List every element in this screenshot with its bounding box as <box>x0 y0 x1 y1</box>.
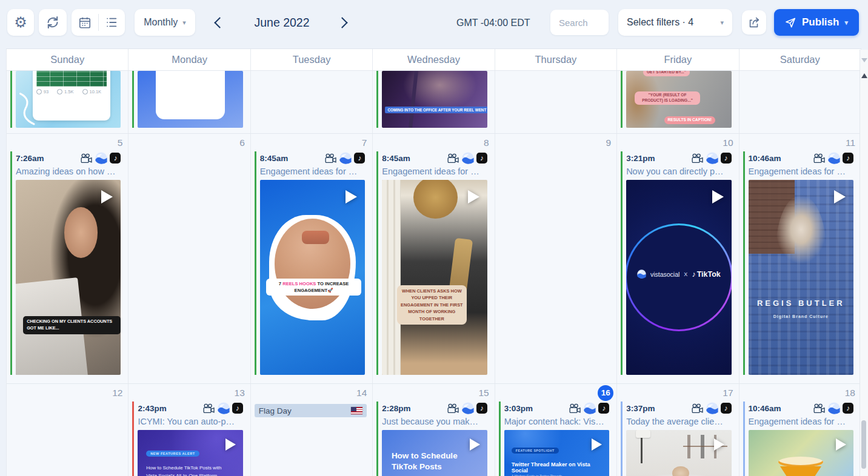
thumbnail-text: How to Schedule TikTok Posts with Vista … <box>146 464 228 476</box>
calendar-view-button[interactable] <box>72 9 98 36</box>
day-cell-8[interactable]: 8 8:45am ♪ Engagement ideas for … WHEN C… <box>373 134 495 383</box>
calendar-post[interactable]: 2:28pm ♪ Just because you mak… How to Sc… <box>376 402 487 476</box>
scroll-up-icon[interactable] <box>861 73 867 78</box>
day-number: 11 <box>846 137 855 148</box>
play-icon <box>592 438 602 451</box>
scrollbar-thumb[interactable] <box>861 420 866 469</box>
post-title: Engagement ideas for … <box>260 165 365 178</box>
settings-button[interactable]: ⚙ <box>7 9 34 36</box>
calendar-post[interactable]: 3:21pm ♪ Now you can directly p… vistaso… <box>621 151 731 375</box>
holiday-event[interactable]: Flag Day <box>255 404 367 417</box>
day-cell[interactable]: GET STARTED BY..." "YOUR (RESULT OF PROD… <box>617 71 739 133</box>
day-cell-13[interactable]: 13 2:43pm ♪ ICYMI: You can auto-p… NEW F… <box>129 384 250 476</box>
day-number: 15 <box>478 388 489 398</box>
tiktok-icon: ♪ <box>721 403 732 414</box>
day-cell-15[interactable]: 15 2:28pm ♪ Just because you mak… How to… <box>373 384 495 476</box>
vista-social-avatar-icon <box>339 152 352 164</box>
post-thumbnail: FEATURE SPOTLIGHT Twitter Thread Maker o… <box>504 430 609 476</box>
day-header-sunday: Sunday <box>7 49 129 70</box>
calendar-post[interactable]: 93 1.5K 10.1K <box>10 71 121 128</box>
day-cell-18[interactable]: 18 10:46am ♪ Engagement ideas for … <box>739 384 861 476</box>
tiktok-icon: ♪ <box>843 403 853 414</box>
post-thumbnail: vistasocial X ♪TikTok <box>626 180 731 375</box>
publish-button[interactable]: Publish ▾ <box>774 9 859 36</box>
day-header-thursday: Thursday <box>495 49 617 70</box>
day-cell-12[interactable]: 12 <box>7 384 129 476</box>
next-month-button[interactable] <box>336 17 347 28</box>
list-view-button[interactable] <box>98 9 125 36</box>
week-row-jun5-11: 5 7:26am ♪ Amazing ideas on how … CHECKI… <box>7 133 861 383</box>
calendar-post[interactable]: 3:37pm ♪ Today the average clie… WHEN YO… <box>621 402 731 476</box>
week-row-jun12-18: 12 13 2:43pm ♪ ICYMI: You can auto-p… NE… <box>7 383 861 476</box>
calendar-post[interactable]: 8:45am ♪ Engagement ideas for … 7 REELS … <box>255 151 365 375</box>
calendar-post[interactable]: COMING INTO THE OFFICE AFTER YOUR REEL W… <box>376 71 487 128</box>
toolbar: ⚙ Monthly ▾ June 2022 GMT -04:00 EDT Sel… <box>0 0 868 48</box>
day-cell-9[interactable]: 9 <box>495 134 617 383</box>
video-camera-icon <box>80 153 93 164</box>
brand-text: vistasocial <box>650 271 679 278</box>
day-cell-5[interactable]: 5 7:26am ♪ Amazing ideas on how … CHECKI… <box>7 134 129 383</box>
post-title: Today the average clie… <box>626 415 731 428</box>
previous-month-button[interactable] <box>214 17 225 28</box>
post-thumbnail: 7 REELS HOOKS TO INCREASE ENGAGEMENT🚀 <box>260 180 365 375</box>
post-title: Engagement ideas for … <box>749 415 853 428</box>
day-cell-17[interactable]: 17 3:37pm ♪ Today the average clie… WHEN… <box>617 384 739 476</box>
day-header-friday: Friday <box>617 49 739 70</box>
tiktok-icon: ♪ <box>476 153 487 164</box>
video-camera-icon <box>447 153 459 164</box>
day-cell-10[interactable]: 10 3:21pm ♪ Now you can directly p… vist… <box>617 134 739 383</box>
day-number: 13 <box>235 388 245 398</box>
day-cell-11[interactable]: 11 10:46am ♪ Engagement ideas for … REGI… <box>739 134 861 383</box>
calendar-post[interactable]: 10:46am ♪ Engagement ideas for … REGIS B… <box>743 151 853 375</box>
day-cell[interactable]: 93 1.5K 10.1K <box>7 71 129 133</box>
post-time: 2:28pm <box>382 404 410 413</box>
day-cell[interactable] <box>251 71 373 133</box>
filters-dropdown[interactable]: Select filters · 4 ▾ <box>618 9 732 36</box>
refresh-button[interactable] <box>39 9 67 36</box>
repost-icon <box>57 89 62 94</box>
view-range-dropdown[interactable]: Monthly ▾ <box>135 9 195 36</box>
scroll-caret-light-icon[interactable] <box>861 58 867 62</box>
share-calendar-button[interactable] <box>742 10 766 35</box>
brand-x: X <box>684 271 687 277</box>
calendar-post[interactable]: 3:03pm ♪ Major content hack: Vis… FEATUR… <box>499 402 609 476</box>
post-thumbnail: WHEN CLIENTS ASKS HOW YOU UPPED THEIR EN… <box>382 180 487 375</box>
calendar-post[interactable]: Photographers YOU'LL WANT TO FOLLOW <box>132 71 242 128</box>
calendar-post[interactable]: GET STARTED BY..." "YOUR (RESULT OF PROD… <box>621 71 731 128</box>
day-cell-7[interactable]: 7 8:45am ♪ Engagement ideas for … 7 REEL… <box>251 134 373 383</box>
thumbnail-caption: 7 REELS HOOKS TO INCREASE ENGAGEMENT🚀 <box>266 279 361 296</box>
vertical-scrollbar[interactable] <box>860 50 868 476</box>
day-cell[interactable]: COMING INTO THE OFFICE AFTER YOUR REEL W… <box>373 71 495 133</box>
search-input[interactable] <box>550 10 609 35</box>
play-icon <box>101 190 113 203</box>
day-number: 10 <box>723 137 733 148</box>
calendar-post[interactable]: 7:26am ♪ Amazing ideas on how … CHECKING… <box>10 151 121 375</box>
day-cell-6[interactable]: 6 <box>129 134 250 383</box>
post-thumbnail: COMING INTO THE OFFICE AFTER YOUR REEL W… <box>382 71 487 128</box>
day-cell[interactable] <box>495 71 617 133</box>
day-cell-16[interactable]: 16 3:03pm ♪ Major content hack: Vis… FEA… <box>495 384 617 476</box>
vista-social-avatar-icon <box>828 402 840 414</box>
day-cell[interactable] <box>739 71 861 133</box>
list-icon <box>105 16 118 29</box>
thumbnail-name: REGIS BUTLER <box>749 299 853 308</box>
calendar-post[interactable]: 8:45am ♪ Engagement ideas for … WHEN CLI… <box>376 151 487 375</box>
post-thumbnail <box>749 430 853 476</box>
paper-plane-icon <box>785 17 796 28</box>
tiktok-icon: ♪ <box>110 153 121 164</box>
thumbnail-caption: WHEN CLIENTS ASKS HOW YOU UPPED THEIR EN… <box>397 285 467 325</box>
day-cell[interactable]: Photographers YOU'LL WANT TO FOLLOW <box>129 71 250 133</box>
day-cell-14[interactable]: 14 Flag Day <box>251 384 373 476</box>
calendar-post[interactable]: 10:46am ♪ Engagement ideas for … <box>743 402 853 476</box>
video-camera-icon <box>691 153 704 164</box>
play-icon <box>468 190 479 203</box>
calendar-post[interactable]: 2:43pm ♪ ICYMI: You can auto-p… NEW FEAT… <box>132 402 242 476</box>
thumbnail-caption: "YOUR (RESULT OF PRODUCT) IS LOADING..." <box>635 91 700 105</box>
tiktok-icon: ♪ <box>354 153 365 164</box>
today-badge: 16 <box>598 385 613 401</box>
post-network-icons: ♪ <box>447 402 487 414</box>
chevron-down-icon: ▾ <box>720 19 724 26</box>
refresh-icon <box>45 15 60 30</box>
repost-count: 1.5K <box>64 89 73 94</box>
post-title: Engagement ideas for … <box>749 165 853 178</box>
